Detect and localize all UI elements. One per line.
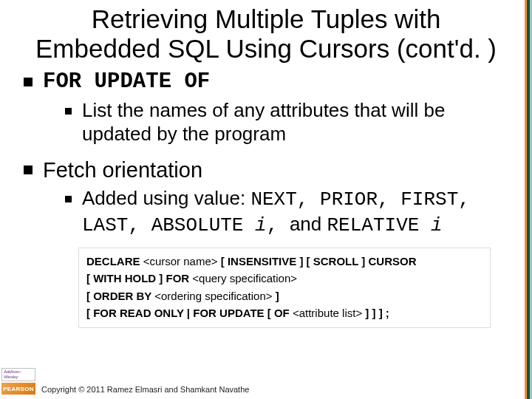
slide-title: Retrieving Multiple Tuples with Embedded… [0,0,532,64]
text-run: , [267,214,290,236]
decorative-edge-stripe [525,0,532,399]
code-run: ABSOLUTE [151,214,255,236]
syntax-keyword: [ INSENSITIVE ] [ SCROLL ] CURSOR [218,255,417,267]
code-run: PRIOR [320,188,378,211]
copyright-text: Copyright © 2011 Ramez Elmasri and Shamk… [41,385,249,395]
bullet-square-icon [65,108,72,115]
syntax-placeholder: <attribute list> [293,307,362,319]
bullet-square-icon [24,78,33,86]
bullet-level1: Fetch orientation [24,157,510,183]
code-run: LAST [82,214,128,236]
code-run: NEXT [250,188,296,211]
publisher-logos: Addison-Wesley is an imprint of PEARSON [1,368,35,395]
code-run: FIRST [400,188,458,211]
syntax-placeholder: <query specification> [192,272,297,284]
text-run: , [458,188,470,211]
code-italic-run: i [431,214,443,236]
syntax-line: [ WITH HOLD ] FOR <query specification> [86,270,482,287]
bullet-square-icon [65,196,72,202]
text-run: , [297,188,320,211]
syntax-keyword: ] ] ] ; [362,307,389,319]
syntax-keyword: [ ORDER BY [86,290,154,302]
bullet-level2: Added using value: NEXT, PRIOR, FIRST, L… [65,186,510,237]
bullet-text: List the names of any attributes that wi… [82,98,510,146]
cursor-declare-syntax: DECLARE <cursor name> [ INSENSITIVE ] [ … [78,248,491,328]
bullet-level2: List the names of any attributes that wi… [65,98,510,146]
slide-footer: Addison-Wesley is an imprint of PEARSON … [0,368,532,399]
bullet-text: Fetch orientation [43,157,202,183]
slide-content: FOR UPDATE OF List the names of any attr… [0,64,532,329]
text-run: and [290,213,327,235]
code-run: RELATIVE [327,214,431,236]
bullet-level1: FOR UPDATE OF [24,69,510,95]
slide: Retrieving Multiple Tuples with Embedded… [0,0,532,399]
addison-wesley-logo: Addison-Wesley is an imprint of [1,368,35,381]
syntax-placeholder: <ordering specification> [154,290,272,302]
syntax-line: DECLARE <cursor name> [ INSENSITIVE ] [ … [86,253,482,270]
syntax-line: [ ORDER BY <ordering specification> ] [86,287,482,304]
text-run: , [378,188,400,211]
bullet-text: Added using value: NEXT, PRIOR, FIRST, L… [82,186,510,237]
code-italic-run: i [255,214,267,236]
syntax-placeholder: <cursor name> [143,255,218,267]
syntax-keyword: ] [273,290,279,302]
bullet-text: FOR UPDATE OF [43,69,210,95]
text-run: , [128,214,151,236]
text-run: Added using value: [82,187,250,209]
syntax-line: [ FOR READ ONLY | FOR UPDATE [ OF <attri… [86,304,482,321]
pearson-logo: PEARSON [1,383,35,395]
bullet-square-icon [24,166,33,174]
syntax-keyword: DECLARE [86,255,143,267]
syntax-keyword: [ WITH HOLD ] FOR [86,272,192,284]
syntax-keyword: [ FOR READ ONLY | FOR UPDATE [ OF [86,307,293,319]
logo-line: is an imprint of [4,380,33,381]
logo-line: Addison-Wesley [4,369,33,380]
